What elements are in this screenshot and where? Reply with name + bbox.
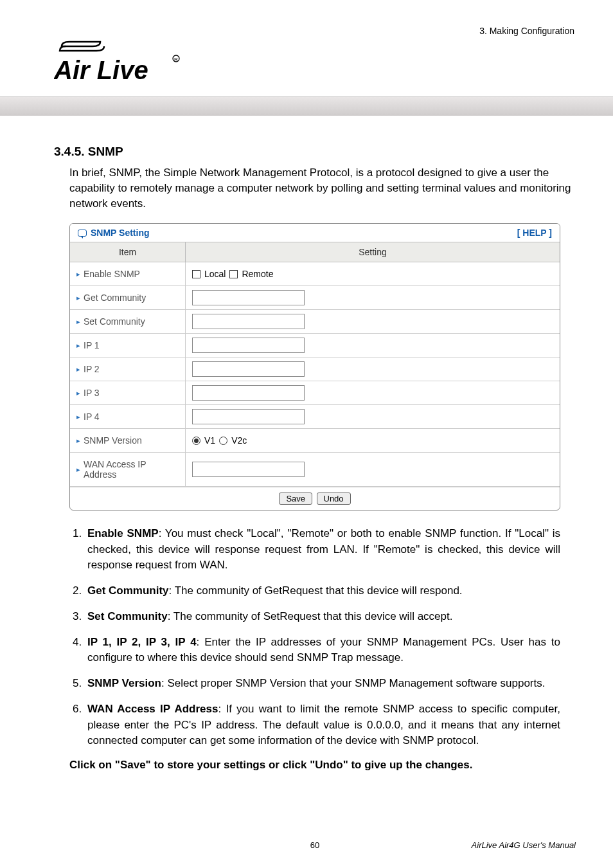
label-enable-snmp: Enable SNMP — [84, 269, 140, 279]
caret-icon: ▸ — [76, 413, 80, 421]
list-item: SNMP Version: Select proper SNMP Version… — [85, 676, 560, 691]
label-wan-access: WAN Access IP Address — [84, 459, 179, 480]
svg-text:Air Live: Air Live — [54, 56, 148, 84]
row-enable-snmp: ▸Enable SNMP Local Remote — [70, 262, 560, 286]
list-item: Get Community: The community of GetReque… — [85, 583, 560, 599]
li-bold: Enable SNMP — [87, 527, 159, 539]
caret-icon: ▸ — [76, 389, 80, 397]
panel-title: SNMP Setting — [91, 228, 150, 238]
list-item: IP 1, IP 2, IP 3, IP 4: Enter the IP add… — [85, 635, 560, 665]
page-number: 60 — [310, 840, 319, 850]
row-get-community: ▸Get Community — [70, 286, 560, 310]
checkbox-local-label: Local — [204, 269, 226, 279]
list-item: Set Community: The community of SetReque… — [85, 609, 560, 624]
checkbox-remote-label: Remote — [242, 269, 273, 279]
label-set-community: Set Community — [84, 316, 145, 327]
label-ip2: IP 2 — [84, 364, 100, 374]
li-bold: Get Community — [87, 584, 169, 597]
input-set-community[interactable] — [192, 314, 305, 329]
input-ip3[interactable] — [192, 385, 305, 401]
li-text: : You must check "Local", "Remote" or bo… — [87, 527, 560, 570]
numbered-list: Enable SNMP: You must check "Local", "Re… — [85, 526, 560, 748]
input-ip4[interactable] — [192, 409, 305, 424]
caret-icon: ▸ — [76, 270, 80, 278]
caret-icon: ▸ — [76, 437, 80, 445]
row-ip1: ▸IP 1 — [70, 334, 560, 357]
row-snmp-version: ▸SNMP Version V1 V2c — [70, 429, 560, 453]
input-wan-access[interactable] — [192, 462, 305, 477]
list-item: Enable SNMP: You must check "Local", "Re… — [85, 526, 560, 572]
li-text: : The community of GetRequest that this … — [169, 584, 463, 597]
input-get-community[interactable] — [192, 290, 305, 305]
li-bold: WAN Access IP Address — [87, 703, 218, 715]
li-bold: SNMP Version — [87, 677, 161, 689]
label-ip1: IP 1 — [84, 340, 100, 350]
radio-v1-label: V1 — [204, 435, 215, 446]
caret-icon: ▸ — [76, 294, 80, 302]
row-ip3: ▸IP 3 — [70, 381, 560, 405]
row-ip4: ▸IP 4 — [70, 405, 560, 429]
label-snmp-version: SNMP Version — [84, 435, 142, 446]
li-bold: Set Community — [87, 610, 168, 622]
label-get-community: Get Community — [84, 293, 146, 303]
label-ip4: IP 4 — [84, 411, 100, 422]
radio-v2c-label: V2c — [231, 435, 247, 446]
undo-button[interactable]: Undo — [317, 493, 351, 505]
panel-bubble-icon — [78, 230, 87, 237]
label-ip3: IP 3 — [84, 388, 100, 398]
header-gradient-bar — [0, 96, 613, 116]
intro-paragraph: In brief, SNMP, the Simple Network Manag… — [69, 165, 576, 212]
snmp-setting-panel: SNMP Setting [ HELP ] Item Setting ▸Enab… — [69, 223, 560, 511]
chapter-heading: 3. Making Configuration — [479, 26, 574, 36]
svg-text:R: R — [174, 57, 178, 62]
col-head-item: Item — [70, 242, 186, 262]
row-set-community: ▸Set Community — [70, 310, 560, 334]
radio-v2c[interactable] — [219, 437, 227, 445]
radio-v1[interactable] — [192, 437, 200, 445]
manual-title: AirLive Air4G User's Manual — [472, 840, 576, 850]
li-bold: IP 1, IP 2, IP 3, IP 4 — [87, 636, 197, 648]
checkbox-remote[interactable] — [229, 270, 238, 278]
row-wan-access: ▸WAN Access IP Address — [70, 453, 560, 487]
closing-instruction: Click on "Save" to store your settings o… — [69, 759, 576, 772]
save-button[interactable]: Save — [279, 493, 312, 505]
row-ip2: ▸IP 2 — [70, 357, 560, 381]
section-number: 3.4.5. SNMP — [54, 145, 576, 159]
help-link[interactable]: [ HELP ] — [517, 228, 552, 238]
brand-logo: Air Live R — [54, 37, 189, 91]
caret-icon: ▸ — [76, 318, 80, 326]
checkbox-local[interactable] — [192, 270, 200, 278]
li-text: : Select proper SNMP Version that your S… — [161, 677, 546, 689]
list-item: WAN Access IP Address: If you want to li… — [85, 701, 560, 748]
input-ip1[interactable] — [192, 338, 305, 353]
input-ip2[interactable] — [192, 361, 305, 377]
caret-icon: ▸ — [76, 466, 80, 474]
li-text: : The community of SetRequest that this … — [168, 610, 453, 622]
caret-icon: ▸ — [76, 341, 80, 350]
col-head-setting: Setting — [186, 242, 560, 262]
caret-icon: ▸ — [76, 365, 80, 374]
